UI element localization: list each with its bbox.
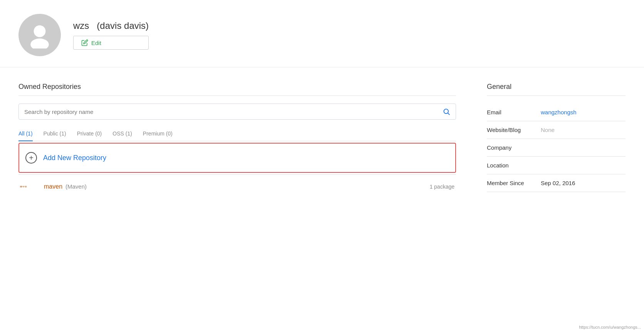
right-column: General Email wangzhongsh Website/Blog N… [487,83,626,198]
search-button[interactable] [443,108,450,115]
location-label: Location [487,162,533,169]
full-name: (davis davis) [97,20,149,31]
svg-point-0 [34,25,46,37]
edit-icon [81,39,88,46]
section-divider [18,95,456,96]
edit-button[interactable]: Edit [73,36,149,50]
url-bar: https://tucn.com/u/wangzhongs... [576,323,644,331]
tab-oss[interactable]: OSS (1) [112,127,132,141]
list-item[interactable]: m·v·n maven (Maven) 1 package [18,174,456,198]
tab-all[interactable]: All (1) [18,127,33,141]
email-value: wangzhongsh [541,109,577,115]
left-column: Owned Repositories All (1) Public (1) Pr… [18,83,456,198]
tab-premium[interactable]: Premium (0) [143,127,173,141]
member-since-row: Member Since Sep 02, 2016 [487,174,626,192]
svg-text:m·v·n: m·v·n [20,185,27,188]
company-label: Company [487,144,533,151]
svg-line-3 [448,113,450,115]
member-since-label: Member Since [487,180,533,186]
avatar-icon [26,22,53,48]
website-label: Website/Blog [487,127,533,133]
profile-name: wzs (davis davis) [73,20,149,31]
profile-info: wzs (davis davis) Edit [73,20,149,50]
search-input[interactable] [24,109,443,115]
plus-circle-icon: + [25,152,37,164]
member-since-value: Sep 02, 2016 [541,180,575,186]
repo-subname: (Maven) [65,183,87,190]
location-row: Location [487,157,626,174]
maven-logo-icon: m·v·n [20,182,39,191]
edit-label: Edit [91,40,101,46]
company-row: Company [487,139,626,157]
email-row: Email wangzhongsh [487,104,626,121]
repo-name: maven [44,183,62,190]
website-value: None [541,127,555,133]
general-title: General [487,83,626,91]
search-icon [443,108,450,115]
avatar [18,14,61,56]
tab-private[interactable]: Private (0) [77,127,102,141]
search-box [18,104,456,120]
username: wzs [73,20,89,31]
tab-public[interactable]: Public (1) [44,127,66,141]
main-content: Owned Repositories All (1) Public (1) Pr… [0,67,644,214]
email-label: Email [487,109,533,115]
add-new-repository-button[interactable]: + Add New Repository [18,143,456,173]
website-row: Website/Blog None [487,121,626,139]
owned-repos-title: Owned Repositories [18,83,456,91]
repo-package-count: 1 package [429,184,454,190]
svg-point-1 [30,38,49,48]
add-repo-label: Add New Repository [43,154,106,162]
general-divider [487,95,626,96]
svg-point-2 [444,109,448,114]
repo-tabs: All (1) Public (1) Private (0) OSS (1) P… [18,127,456,141]
profile-header: wzs (davis davis) Edit [0,0,644,67]
